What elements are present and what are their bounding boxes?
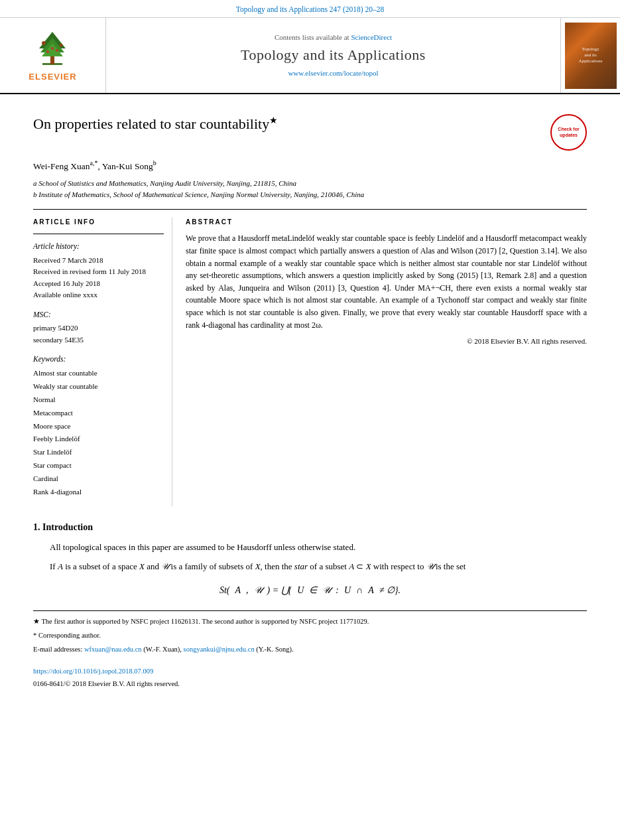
footnotes-section: ★ The first author is supported by NSFC …: [33, 610, 587, 655]
doi-footer: https://doi.org/10.1016/j.topol.2018.07.…: [33, 665, 587, 691]
elsevier-logo: ELSEVIER: [29, 29, 76, 83]
journal-cover-image: Topologyand itsApplications: [565, 23, 617, 89]
author-and: , Yan-Kui Song: [97, 161, 153, 171]
intro-para-2: If A is a subset of a space X and 𝒰 is a…: [33, 560, 587, 574]
journal-cover-area: Topologyand itsApplications: [560, 18, 620, 93]
affiliation-b: b Institute of Mathematics, School of Ma…: [33, 189, 587, 200]
keywords-label: Keywords:: [33, 354, 164, 364]
title-divider: [33, 209, 587, 210]
available-online: Available online xxxx: [33, 289, 164, 301]
keyword-item: Normal: [33, 393, 164, 407]
keyword-item: Cardinal: [33, 472, 164, 486]
keyword-item: Star compact: [33, 459, 164, 472]
article-info-label: ARTICLE INFO: [33, 218, 164, 227]
affiliations: a School of Statistics and Mathematics, …: [33, 178, 587, 200]
journal-url[interactable]: www.elsevier.com/locate/topol: [288, 68, 378, 78]
journal-header: ELSEVIER Contents lists available at Sci…: [0, 18, 620, 94]
authors-line: Wei-Feng Xuana,*, Yan-Kui Songb: [33, 159, 587, 173]
footnote-1: ★ The first author is supported by NSFC …: [33, 616, 587, 628]
journal-header-center: Contents lists available at ScienceDirec…: [106, 18, 560, 93]
info-top-divider: [33, 234, 164, 234]
msc-label: MSC:: [33, 309, 164, 320]
main-content: On properties related to star countabili…: [0, 94, 620, 704]
journal-citation-bar: Topology and its Applications 247 (2018)…: [0, 0, 620, 18]
math-formula: St(A,𝒰) = ⋃{U ∈ 𝒰 : U ∩ A ≠ ∅}.: [219, 584, 401, 597]
doi-link[interactable]: https://doi.org/10.1016/j.topol.2018.07.…: [33, 667, 153, 675]
svg-point-9: [51, 47, 54, 50]
svg-point-7: [46, 50, 49, 53]
author-sup-1: a,*: [90, 159, 98, 167]
introduction-section: 1. Introduction All topological spaces i…: [33, 521, 587, 597]
title-star: ★: [269, 115, 278, 125]
keywords-list: Almost star countableWeakly star countab…: [33, 367, 164, 498]
keyword-item: Weakly star countable: [33, 380, 164, 393]
keyword-item: Star Lindelöf: [33, 446, 164, 459]
journal-citation-text: Topology and its Applications 247 (2018)…: [236, 5, 384, 13]
svg-point-6: [60, 43, 63, 46]
abstract-text: We prove that a Hausdorff metaLindelöf w…: [186, 232, 587, 331]
footnote-emails: E-mail addresses: wfxuan@nau.edu.cn (W.-…: [33, 644, 587, 656]
author-sup-2: b: [153, 159, 156, 167]
keyword-item: Metacompact: [33, 407, 164, 420]
intro-heading: 1. Introduction: [33, 521, 587, 534]
keyword-item: Moore space: [33, 420, 164, 433]
svg-point-8: [56, 49, 58, 52]
elsevier-logo-area: ELSEVIER: [0, 18, 106, 93]
abstract-label: ABSTRACT: [186, 218, 587, 227]
article-info-abstract: ARTICLE INFO Article history: Received 7…: [33, 218, 587, 506]
received-date: Received 7 March 2018: [33, 255, 164, 267]
journal-cover-title: Topologyand itsApplications: [576, 44, 605, 67]
keywords-block: Keywords: Almost star countableWeakly st…: [33, 354, 164, 498]
accepted-date: Accepted 16 July 2018: [33, 278, 164, 290]
check-updates-badge: Check for updates: [550, 114, 587, 151]
math-formula-display: St(A,𝒰) = ⋃{U ∈ 𝒰 : U ∩ A ≠ ∅}.: [33, 584, 587, 597]
history-label: Article history:: [33, 241, 164, 251]
elsevier-tree-icon: [29, 29, 76, 68]
footnote-2: * Corresponding author.: [33, 630, 587, 642]
journal-title: Topology and its Applications: [241, 45, 426, 66]
sciencedirect-line: Contents lists available at ScienceDirec…: [275, 33, 392, 42]
copyright-line: © 2018 Elsevier B.V. All rights reserved…: [186, 336, 587, 346]
svg-point-5: [42, 41, 46, 45]
check-badge-inner: Check for updates: [550, 114, 587, 151]
doi-line: https://doi.org/10.1016/j.topol.2018.07.…: [33, 665, 587, 678]
msc-block: MSC: primary 54D20 secondary 54E35: [33, 309, 164, 346]
revised-date: Received in revised form 11 July 2018: [33, 266, 164, 278]
abstract-col: ABSTRACT We prove that a Hausdorff metaL…: [186, 218, 587, 506]
keyword-item: Almost star countable: [33, 367, 164, 380]
article-title: On properties related to star countabili…: [33, 114, 537, 135]
intro-para-1: All topological spaces in this paper are…: [33, 541, 587, 555]
article-history-block: Article history: Received 7 March 2018 R…: [33, 241, 164, 301]
article-info-col: ARTICLE INFO Article history: Received 7…: [33, 218, 172, 506]
article-title-section: On properties related to star countabili…: [33, 107, 587, 151]
email-link-2[interactable]: songyankui@njnu.edu.cn: [184, 646, 255, 653]
sciencedirect-link[interactable]: ScienceDirect: [351, 33, 392, 41]
elsevier-wordmark: ELSEVIER: [29, 71, 76, 83]
author-name-1: Wei-Feng Xuan: [33, 161, 90, 171]
msc-primary: primary 54D20: [33, 322, 164, 334]
issn-line: 0166-8641/© 2018 Elsevier B.V. All right…: [33, 678, 587, 691]
keyword-item: Feebly Lindelöf: [33, 433, 164, 446]
keyword-item: Rank 4-diagonal: [33, 486, 164, 499]
msc-secondary: secondary 54E35: [33, 334, 164, 346]
affiliation-a: a School of Statistics and Mathematics, …: [33, 178, 587, 189]
email-link-1[interactable]: wfxuan@nau.edu.cn: [84, 646, 142, 653]
